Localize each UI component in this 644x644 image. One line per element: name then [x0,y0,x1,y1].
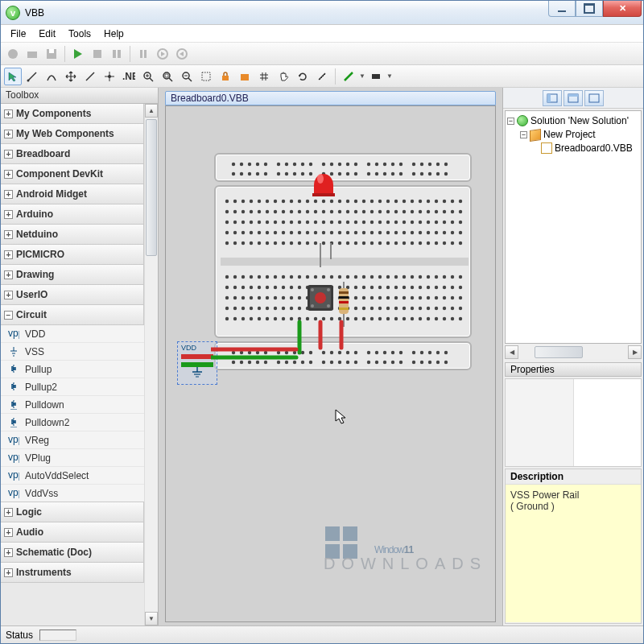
stop-button[interactable] [89,45,106,63]
toolbox-category[interactable]: +My Web Components [1,123,144,144]
wire-color-tool[interactable] [340,68,357,85]
run-button[interactable] [69,45,87,63]
properties-grid[interactable] [505,378,642,467]
grid-tool[interactable] [255,68,273,85]
svg-point-145 [354,210,357,213]
toolbox-category[interactable]: +Schematic (Doc) [1,542,144,563]
pause2-button[interactable] [134,45,152,63]
toolbox-category[interactable]: +My Components [1,104,144,124]
solution-tree[interactable]: −Solution 'New Solution' −New Project Br… [505,110,642,344]
menu-edit[interactable]: Edit [32,27,62,41]
category-label: Netduino [16,229,58,240]
toolbox-category-circuit[interactable]: −Circuit [1,304,144,325]
new-button[interactable] [4,45,22,63]
svg-point-140 [314,210,317,213]
toolbox-scrollbar[interactable]: ▲ ▼ [144,104,158,625]
toolbox-category[interactable]: +Drawing [1,264,144,285]
toolbox-category[interactable]: +Instruments [1,562,144,583]
toolbox-category[interactable]: +PICMICRO [1,244,144,265]
curve-tool[interactable] [43,68,60,85]
wire-color-dropdown-icon[interactable]: ▼ [359,72,365,80]
toolbox-item-vreg[interactable]: vppVReg [1,431,144,449]
lock-tool[interactable] [217,68,234,85]
open-button[interactable] [23,45,41,63]
scroll-down-icon[interactable]: ▼ [145,612,158,625]
toolbox-category[interactable]: +Arduino [1,204,144,225]
toolbox-item-vddvss[interactable]: vppVddVss [1,485,144,502]
toolbox-category[interactable]: +Component DevKit [1,163,144,184]
toolbox-item-vdd[interactable]: vppVDD [1,325,144,343]
svg-point-70 [420,163,423,166]
svg-point-177 [370,221,374,224]
toolbox-category[interactable]: +Android Midget [1,184,144,204]
zoom-in-tool[interactable] [139,68,157,85]
svg-point-332 [402,296,406,299]
toolbox-category[interactable]: +Breadboard [1,143,144,164]
pen-tool[interactable] [23,68,41,85]
pushbutton-component[interactable] [306,283,335,312]
measure-tool[interactable] [313,68,331,85]
window-maximize-button[interactable] [576,1,603,17]
svg-point-214 [427,231,430,234]
toolbox-item-pulldown2[interactable]: Pulldown2 [1,414,144,431]
svg-line-36 [345,72,353,80]
move-tool[interactable] [62,68,80,85]
toolbox-item-pullup[interactable]: Pullup [1,361,144,378]
svg-point-153 [419,210,422,213]
toolbox-category[interactable]: +UserIO [1,284,144,305]
node-tool[interactable] [101,68,118,85]
toolbox-category[interactable]: +Logic [1,502,144,522]
svg-point-257 [282,275,285,279]
toolbox-category[interactable]: +Netduino [1,224,144,245]
svg-point-227 [290,242,293,245]
line-tool[interactable] [81,68,99,85]
menu-help[interactable]: Help [97,27,130,41]
svg-point-349 [298,307,301,310]
svg-point-137 [290,210,293,213]
toolbox-category[interactable]: +Audio [1,522,144,543]
scroll-up-icon[interactable]: ▲ [145,104,158,118]
svg-text:vpp: vpp [8,436,19,445]
scroll-thumb[interactable] [146,119,157,256]
toolbox-item-autovddselect[interactable]: vppAutoVddSelect [1,467,144,485]
zoom-out-tool[interactable] [178,68,196,85]
svg-point-238 [378,242,382,245]
scroll-thumb[interactable] [535,346,583,358]
toolbox-item-vss[interactable]: VSS [1,343,144,361]
design-canvas[interactable]: VDD [166,106,495,621]
toolbox-item-vplug[interactable]: vppVPlug [1,449,144,467]
toolbox-item-pullup2[interactable]: Pullup2 [1,378,144,396]
menu-tools[interactable]: Tools [62,27,97,41]
step-fwd-button[interactable] [173,45,191,63]
svg-point-122 [411,200,414,203]
svg-rect-5 [93,50,101,58]
view-mode-2[interactable] [564,90,583,106]
color-swatch-tool[interactable] [367,68,385,85]
svg-point-49 [232,163,235,166]
menu-file[interactable]: File [4,27,32,41]
view-mode-3[interactable] [584,90,604,106]
led-component[interactable] [309,167,341,208]
document-tab[interactable]: Breadboard0.VBB [165,91,496,105]
svg-point-150 [394,210,398,213]
package-tool[interactable] [236,68,254,85]
zoom-fit-tool[interactable] [159,68,176,85]
tree-hscrollbar[interactable]: ◀ ▶ [505,345,642,359]
toolbox-item-pulldown[interactable]: Pulldown [1,396,144,414]
svg-line-17 [86,72,94,80]
pause-button[interactable] [108,45,126,63]
view-mode-1[interactable] [543,90,562,106]
hand-tool[interactable] [275,68,292,85]
rotate-tool[interactable] [294,68,312,85]
main-toolbar [1,43,643,65]
window-close-button[interactable] [603,1,642,17]
window-minimize-button[interactable] [548,1,576,17]
pointer-tool[interactable] [4,68,22,85]
step-back-button[interactable] [154,45,171,63]
net-tool[interactable]: .NET [120,68,138,85]
svg-point-193 [258,231,261,234]
save-button[interactable] [43,45,60,63]
color-swatch-dropdown-icon[interactable]: ▼ [386,72,393,80]
svg-point-180 [394,221,398,224]
zoom-region-tool[interactable] [197,68,215,85]
